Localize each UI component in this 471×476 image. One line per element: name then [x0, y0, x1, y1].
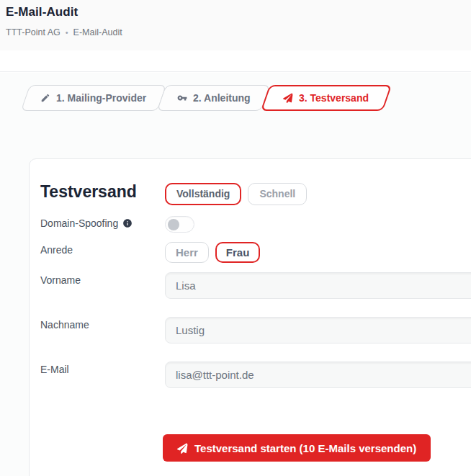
paper-plane-icon [177, 443, 188, 454]
nachname-label: Nachname [40, 317, 165, 331]
tab-label: 3. Testversand [299, 92, 369, 104]
nachname-row: Nachname [40, 317, 471, 343]
main-content: 1. Mailing-Provider 2. Anleitung 3. Test… [0, 73, 471, 476]
email-label: E-Mail [40, 362, 165, 375]
vorname-input[interactable] [165, 272, 471, 299]
pencil-icon [40, 93, 50, 103]
vorname-label: Vorname [40, 272, 165, 286]
submit-label: Testversand starten (10 E-Mails versende… [194, 442, 416, 454]
page-header: E-Mail-Audit TTT-Point AG • E-Mail-Audit [0, 0, 471, 50]
email-input[interactable] [165, 362, 471, 388]
tab-mailing-provider[interactable]: 1. Mailing-Provider [21, 85, 166, 111]
vorname-row: Vorname [40, 272, 471, 299]
card-header-row: Testversand Vollständig Schnell [40, 181, 471, 205]
paper-plane-icon [283, 93, 293, 103]
breadcrumb: TTT-Point AG • E-Mail-Audit [6, 27, 465, 37]
breadcrumb-item-current: E-Mail-Audit [73, 27, 122, 37]
mode-vollstaendig-button[interactable]: Vollständig [165, 183, 241, 205]
nachname-input[interactable] [165, 317, 471, 343]
anrede-label: Anrede [40, 242, 165, 256]
info-icon[interactable] [122, 218, 133, 228]
wizard-tabs: 1. Mailing-Provider 2. Anleitung 3. Test… [25, 85, 387, 111]
anrede-row: Anrede Herr Frau [40, 242, 471, 264]
page-title: E-Mail-Audit [6, 5, 465, 19]
header-divider-strip [0, 50, 471, 72]
tab-label: 2. Anleitung [193, 92, 251, 104]
card-heading: Testversand [40, 181, 165, 202]
start-testversand-button[interactable]: Testversand starten (10 E-Mails versende… [163, 434, 431, 462]
tab-anleitung[interactable]: 2. Anleitung [157, 85, 270, 111]
tab-label: 1. Mailing-Provider [56, 92, 146, 104]
key-icon [177, 93, 187, 103]
anrede-herr-button[interactable]: Herr [165, 242, 209, 263]
domain-spoofing-label: Domain-Spoofing [40, 217, 118, 229]
tab-testversand[interactable]: 3. Testversand [261, 85, 392, 111]
testversand-card: Testversand Vollständig Schnell Domain-S… [29, 158, 471, 476]
breadcrumb-item-parent[interactable]: TTT-Point AG [6, 27, 60, 37]
email-row: E-Mail [40, 362, 471, 388]
anrede-frau-button[interactable]: Frau [215, 242, 261, 263]
domain-spoofing-row: Domain-Spoofing [40, 215, 471, 233]
anrede-button-group: Herr Frau [165, 242, 260, 263]
breadcrumb-separator: • [66, 28, 68, 37]
toggle-knob [168, 219, 179, 230]
mode-schnell-button[interactable]: Schnell [248, 183, 307, 205]
domain-spoofing-label-group: Domain-Spoofing [40, 215, 165, 229]
domain-spoofing-toggle[interactable] [165, 216, 194, 233]
mode-toggle-group: Vollständig Schnell [165, 183, 307, 205]
